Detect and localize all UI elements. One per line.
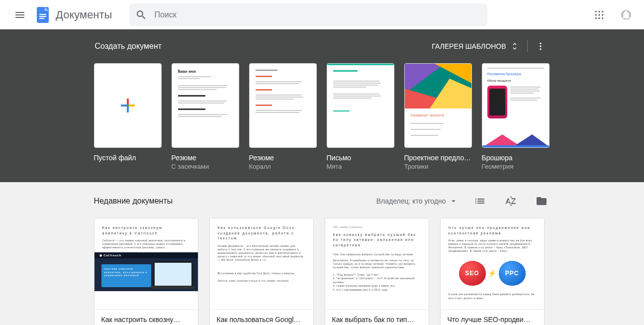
svg-rect-3 bbox=[39, 18, 44, 19]
unfold-icon bbox=[510, 42, 519, 51]
template-thumb: Название проекта bbox=[404, 63, 472, 148]
notifications-button[interactable] bbox=[616, 5, 636, 25]
template-gallery-section: Создать документ ГАЛЕРЕЯ ШАБЛОНОВ Пустой… bbox=[0, 29, 644, 182]
template-sublabel: Тропики bbox=[404, 163, 472, 170]
sort-az-icon bbox=[505, 195, 517, 207]
template-header: Создать документ ГАЛЕРЕЯ ШАБЛОНОВ bbox=[94, 37, 551, 55]
template-proposal-tropics[interactable]: Название проекта Проектное предло… Тропи… bbox=[404, 63, 472, 170]
template-label: Проектное предло… bbox=[404, 154, 472, 162]
divider bbox=[527, 40, 528, 52]
template-sublabel: С засечками bbox=[172, 163, 239, 170]
search-icon bbox=[135, 9, 147, 21]
list-icon bbox=[474, 195, 486, 207]
document-card[interactable]: Что лучше seo-продвижение или контекстна… bbox=[440, 218, 545, 325]
svg-point-8 bbox=[598, 14, 600, 15]
template-thumb: Ваше имя bbox=[172, 63, 239, 148]
header-right bbox=[589, 5, 636, 25]
folder-button[interactable] bbox=[533, 192, 551, 210]
recent-section-title: Недавние документы bbox=[94, 197, 173, 206]
svg-rect-24 bbox=[482, 145, 550, 147]
plus-icon bbox=[116, 94, 140, 117]
template-thumb-blank bbox=[94, 63, 162, 148]
document-thumb: Как настроить сквозную аналитику в Callt… bbox=[94, 218, 198, 309]
gallery-button-label: ГАЛЕРЕЯ ШАБЛОНОВ bbox=[432, 42, 506, 50]
svg-point-5 bbox=[598, 10, 600, 12]
svg-point-15 bbox=[540, 45, 541, 47]
recent-grid: Как настроить сквозную аналитику в Callt… bbox=[94, 218, 551, 325]
svg-rect-2 bbox=[39, 16, 46, 17]
more-vert-icon bbox=[536, 41, 546, 51]
document-title: Что лучше SEO-продви… bbox=[448, 316, 537, 324]
document-thumb: URL номер страницы Как новичку выбрать л… bbox=[325, 218, 429, 309]
svg-point-6 bbox=[602, 10, 603, 12]
template-label: Пустой файл bbox=[94, 154, 162, 162]
apps-grid-icon bbox=[594, 10, 604, 20]
document-info: Как выбрать бак по тип… Изменен 01:40 bbox=[325, 309, 429, 325]
svg-point-7 bbox=[595, 14, 597, 15]
template-thumb bbox=[327, 63, 394, 148]
document-title: Как выбрать бак по тип… bbox=[332, 316, 422, 324]
document-card[interactable]: Как настроить сквозную аналитику в Callt… bbox=[94, 218, 198, 325]
svg-point-12 bbox=[602, 17, 603, 19]
search-input[interactable] bbox=[154, 10, 481, 19]
app-title: Документы bbox=[56, 8, 112, 21]
recent-documents-section: Недавние документы Владелец: кто угодно bbox=[0, 182, 644, 325]
document-card[interactable]: Как пользоваться Google Docs: создание д… bbox=[209, 218, 314, 325]
svg-point-11 bbox=[598, 17, 600, 19]
template-sublabel: Коралл bbox=[249, 163, 317, 170]
document-thumb: Что лучше seo-продвижение или контекстна… bbox=[441, 218, 544, 309]
template-thumb: Рекламная брошюраОбзор продукта bbox=[482, 63, 550, 148]
svg-rect-1 bbox=[39, 14, 46, 15]
template-gallery-button[interactable]: ГАЛЕРЕЯ ШАБЛОНОВ bbox=[428, 38, 523, 55]
template-section-title: Создать документ bbox=[95, 42, 162, 51]
template-sublabel: Мята bbox=[327, 163, 394, 170]
document-info: Как пользоваться Googl… Изменен 14:01 bbox=[210, 309, 313, 325]
template-brochure-geometry[interactable]: Рекламная брошюраОбзор продукта Брошюра … bbox=[482, 63, 550, 170]
search-box[interactable] bbox=[129, 3, 487, 26]
template-thumb bbox=[249, 63, 317, 148]
document-card[interactable]: URL номер страницы Как новичку выбрать л… bbox=[325, 218, 429, 325]
svg-point-4 bbox=[595, 10, 597, 12]
document-info: Как настроить сквозну… Изменен 14:11 bbox=[94, 309, 198, 325]
template-label: Резюме bbox=[172, 154, 239, 162]
template-letter-mint[interactable]: Письмо Мята bbox=[327, 63, 394, 170]
hamburger-icon bbox=[14, 9, 26, 21]
document-info: Что лучше SEO-продви… Изменен 01:25 bbox=[441, 309, 544, 325]
main-menu-button[interactable] bbox=[8, 3, 32, 27]
document-title: Как пользоваться Googl… bbox=[217, 316, 306, 324]
document-thumb: Как пользоваться Google Docs: создание д… bbox=[210, 218, 313, 309]
google-apps-button[interactable] bbox=[589, 5, 609, 25]
docs-logo-icon bbox=[34, 6, 52, 24]
recent-header: Недавние документы Владелец: кто угодно bbox=[94, 192, 551, 210]
template-resume-coral[interactable]: Резюме Коралл bbox=[249, 63, 317, 170]
template-row: Пустой файл Ваше имя Резюме С засечками … bbox=[94, 63, 551, 170]
logo-area[interactable]: Документы bbox=[34, 6, 112, 24]
svg-point-10 bbox=[595, 17, 597, 19]
owner-filter-label: Владелец: кто угодно bbox=[376, 197, 446, 205]
document-title: Как настроить сквозну… bbox=[101, 316, 191, 324]
sort-button[interactable] bbox=[502, 192, 520, 210]
template-sublabel: Геометрия bbox=[482, 163, 550, 170]
list-view-button[interactable] bbox=[471, 192, 489, 210]
owner-filter-dropdown[interactable]: Владелец: кто угодно bbox=[376, 197, 458, 206]
template-label: Письмо bbox=[327, 154, 394, 162]
template-label: Резюме bbox=[249, 154, 317, 162]
header: Документы bbox=[0, 0, 644, 29]
svg-point-14 bbox=[540, 43, 541, 44]
bell-icon bbox=[621, 9, 632, 20]
template-resume-serif[interactable]: Ваше имя Резюме С засечками bbox=[172, 63, 239, 170]
template-controls: ГАЛЕРЕЯ ШАБЛОНОВ bbox=[428, 37, 549, 55]
svg-point-9 bbox=[602, 14, 603, 15]
template-blank[interactable]: Пустой файл bbox=[94, 63, 162, 170]
folder-icon bbox=[536, 195, 548, 207]
template-label: Брошюра bbox=[482, 154, 550, 162]
dropdown-arrow-icon bbox=[449, 197, 458, 206]
recent-controls: Владелец: кто угодно bbox=[376, 192, 551, 210]
template-more-button[interactable] bbox=[532, 37, 550, 55]
svg-point-16 bbox=[540, 48, 541, 50]
